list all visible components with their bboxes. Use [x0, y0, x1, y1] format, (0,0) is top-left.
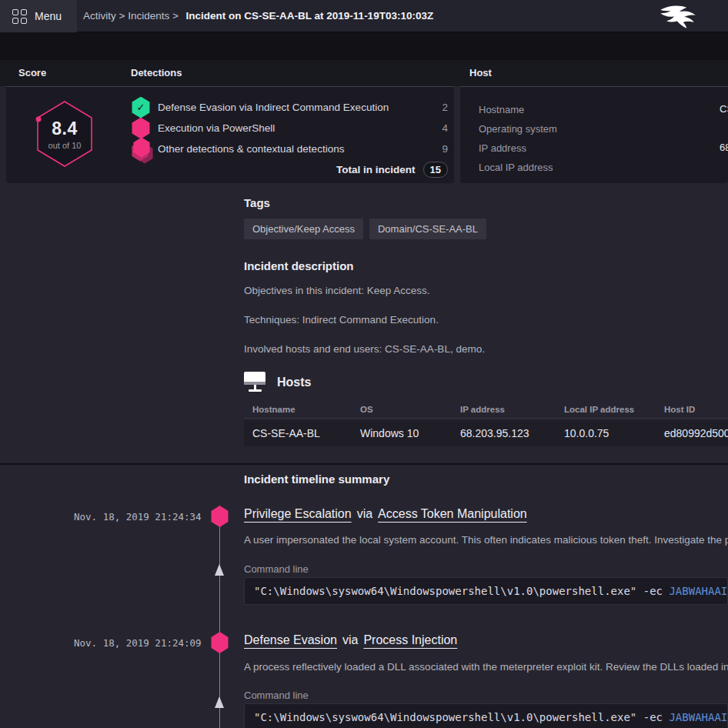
score-header: Score [18, 60, 46, 86]
score-value: 8.4 [52, 119, 77, 139]
command-line-box: "C:\Windows\syswow64\Windowspowershell\v… [244, 703, 728, 728]
description-paragraph: Techniques: Indirect Command Execution. [244, 314, 439, 326]
detections-list: ✓ Defense Evasion via Indirect Command E… [131, 97, 448, 178]
host-detail-label: IP address [479, 142, 526, 154]
hosts-heading: Hosts [277, 376, 311, 389]
stacked-hexagons-icon [131, 138, 154, 161]
monitor-icon [244, 372, 267, 393]
description-paragraph: Involved hosts and end users: CS-SE-AA-B… [244, 343, 485, 355]
total-label: Total in incident [336, 164, 416, 175]
detection-label: Defense Evasion via Indirect Command Exe… [158, 102, 442, 113]
breadcrumb-path[interactable]: Activity > Incidents > [83, 10, 179, 22]
table-row[interactable]: CS-SE-AA-BL Windows 10 68.203.95.123 10.… [244, 420, 728, 446]
timeline-up-arrow-icon [215, 696, 224, 708]
tag-chip: Domain/CS-SE-AA-BL [369, 219, 486, 239]
check-hexagon-icon: ✓ [131, 97, 151, 119]
hosts-col-hostname: Hostname [252, 405, 296, 414]
cell-ip: 68.203.95.123 [460, 420, 529, 446]
timeline-heading: Incident timeline summary [244, 473, 389, 486]
hosts-section-header: Hosts [244, 372, 311, 393]
timeline-up-arrow-icon [215, 564, 224, 576]
event-title: Privilege EscalationviaAccess Token Mani… [244, 507, 527, 521]
technique-link[interactable]: Access Token Manipulation [378, 507, 527, 520]
hosts-col-os: OS [360, 405, 373, 414]
hosts-col-local-ip: Local IP address [564, 405, 634, 414]
cell-host-id: ed80992d500 [664, 420, 728, 446]
summary-column-headers: Score Detections Host [0, 60, 728, 86]
total-count-badge: 15 [423, 162, 448, 178]
event-hexagon-icon [210, 506, 229, 527]
command-text: "C:\Windows\syswow64\Windowspowershell\v… [254, 711, 669, 723]
hexagon-icon [131, 118, 151, 139]
cell-local-ip: 10.0.0.75 [564, 420, 609, 446]
tags-row: Objective/Keep Access Domain/CS-SE-AA-BL [244, 219, 486, 239]
detections-header: Detections [131, 60, 182, 86]
breadcrumb: Activity > Incidents > Incident on CS-SE… [83, 0, 433, 32]
tags-heading: Tags [244, 196, 270, 209]
cell-os: Windows 10 [360, 420, 419, 446]
command-encoded-arg: JABWAHAAIAA9A [669, 711, 728, 723]
detection-count: 9 [442, 143, 448, 155]
command-line-label: Command line [244, 563, 309, 575]
tactic-link[interactable]: Defense Evasion [244, 633, 337, 646]
hosts-col-ip: IP address [460, 405, 505, 414]
host-header: Host [469, 60, 492, 86]
host-detail-label: Local IP address [479, 162, 553, 173]
description-paragraph: Objectives in this incident: Keep Access… [244, 285, 430, 296]
host-detail-row: IP address 68.203.95.123 [479, 138, 728, 157]
command-encoded-arg: JABWAHAAIAA9A [669, 585, 728, 597]
event-description: A user impersonated the local system acc… [244, 534, 728, 546]
score-caption: out of 10 [48, 141, 82, 150]
host-detail-row: Operating system [479, 119, 728, 138]
detection-row[interactable]: ✓ Defense Evasion via Indirect Command E… [131, 97, 448, 118]
section-divider [0, 463, 728, 465]
spacer-band [0, 32, 728, 60]
detection-count: 2 [442, 102, 448, 113]
detection-count: 4 [442, 122, 448, 134]
menu-label: Menu [35, 10, 62, 22]
hosts-col-host-id: Host ID [664, 405, 695, 414]
technique-link[interactable]: Process Injection [363, 633, 457, 646]
event-title: Defense EvasionviaProcess Injection [244, 633, 457, 647]
breadcrumb-current: Incident on CS-SE-AA-BL at 2019-11-19T03… [186, 10, 434, 22]
tactic-link[interactable]: Privilege Escalation [244, 507, 352, 520]
detection-label: Execution via PowerShell [158, 122, 442, 134]
via-text: via [357, 507, 372, 520]
host-detail-row: Local IP address [479, 157, 728, 176]
host-panel: Hostname CS-SE-AA-BL Operating system IP… [460, 86, 728, 183]
via-text: via [342, 633, 358, 646]
detection-row[interactable]: Other detections & contextual detections… [131, 139, 448, 159]
detection-row[interactable]: Execution via PowerShell 4 [131, 118, 448, 139]
host-detail-label: Operating system [479, 123, 557, 135]
cell-hostname: CS-SE-AA-BL [252, 420, 320, 446]
event-timestamp: Nov. 18, 2019 21:24:34 [74, 511, 202, 523]
command-text: "C:\Windows\syswow64\Windowspowershell\v… [254, 585, 669, 597]
host-detail-label: Hostname [479, 104, 524, 115]
menu-button[interactable]: Menu [0, 0, 77, 32]
detection-label: Other detections & contextual detections [158, 143, 442, 155]
table-divider [244, 418, 728, 419]
incident-score: 8.4 out of 10 [35, 100, 95, 168]
menu-grid-icon [12, 9, 27, 24]
host-detail-value: 68.203.95.123 [720, 138, 728, 157]
score-detections-panel: 8.4 out of 10 ✓ Defense Evasion via Indi… [6, 86, 454, 183]
event-timestamp: Nov. 18, 2019 21:24:09 [74, 637, 202, 649]
top-bar: Menu Activity > Incidents > Incident on … [0, 0, 728, 32]
incident-page: Menu Activity > Incidents > Incident on … [0, 0, 728, 728]
host-detail-value: CS-SE-AA-BL [720, 99, 728, 119]
command-line-label: Command line [244, 690, 309, 701]
crowdstrike-falcon-icon [656, 4, 703, 30]
tag-chip: Objective/Keep Access [244, 219, 363, 239]
event-hexagon-icon [210, 632, 229, 653]
event-description: A process reflectively loaded a DLL asso… [244, 661, 728, 673]
total-in-incident: Total in incident 15 [131, 162, 448, 178]
command-line-box: "C:\Windows\syswow64\Windowspowershell\v… [244, 577, 728, 605]
host-detail-row: Hostname CS-SE-AA-BL [479, 99, 728, 119]
incident-description-heading: Incident description [244, 259, 354, 272]
